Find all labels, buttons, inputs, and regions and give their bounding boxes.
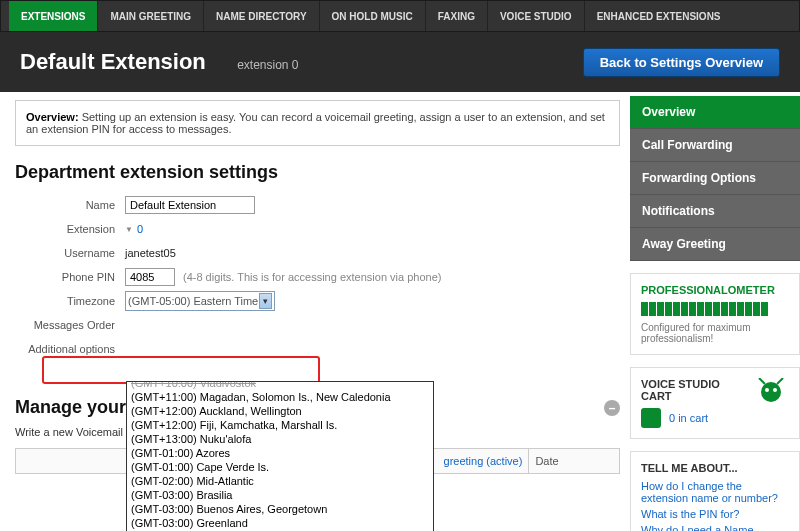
dept-settings-heading: Department extension settings xyxy=(15,162,620,183)
svg-line-2 xyxy=(777,378,783,384)
tellme-title: TELL ME ABOUT... xyxy=(641,462,789,474)
chevron-down-icon[interactable]: ▾ xyxy=(259,293,272,309)
timezone-option[interactable]: (GMT-03:00) Brasilia xyxy=(127,488,433,502)
meter-title: PROFESSIONALOMETER xyxy=(641,284,789,296)
cart-link[interactable]: 0 in cart xyxy=(669,412,708,424)
side-away-greeting[interactable]: Away Greeting xyxy=(630,228,800,261)
meter-bars xyxy=(641,302,789,316)
timezone-option[interactable]: (GMT-03:00) Greenland xyxy=(127,516,433,530)
tab-name-directory[interactable]: NAME DIRECTORY xyxy=(203,1,319,31)
extension-subtitle: extension 0 xyxy=(237,58,298,72)
timezone-option[interactable]: (GMT-01:00) Cape Verde Is. xyxy=(127,460,433,474)
timezone-option[interactable]: (GMT-01:00) Azores xyxy=(127,446,433,460)
username-label: Username xyxy=(15,247,125,259)
tellme-link-1[interactable]: How do I change the extension name or nu… xyxy=(641,480,789,504)
timezone-select[interactable]: (GMT-05:00) Eastern Time (US & C ▾ xyxy=(125,291,275,311)
tab-extensions[interactable]: EXTENSIONS xyxy=(9,1,97,31)
grasshopper-icon xyxy=(753,378,789,418)
timezone-selected-value: (GMT-05:00) Eastern Time (US & C xyxy=(128,295,259,307)
overview-label: Overview: xyxy=(26,111,79,123)
timezone-option[interactable]: (GMT+13:00) Nuku'alofa xyxy=(127,432,433,446)
cart-icon xyxy=(641,408,661,428)
collapse-icon[interactable]: – xyxy=(604,400,620,416)
tab-on-hold-music[interactable]: ON HOLD MUSIC xyxy=(319,1,425,31)
timezone-option[interactable]: (GMT+12:00) Auckland, Wellington xyxy=(127,404,433,418)
timezone-option[interactable]: (GMT+12:00) Fiji, Kamchatka, Marshall Is… xyxy=(127,418,433,432)
tellme-link-3[interactable]: Why do I need a Name Greeting? xyxy=(641,524,789,531)
timezone-dropdown[interactable]: (GMT+10:00) Vladivostok(GMT+11:00) Magad… xyxy=(126,381,434,531)
top-tab-bar: EXTENSIONS MAIN GREETING NAME DIRECTORY … xyxy=(0,0,800,32)
overview-box: Overview: Setting up an extension is eas… xyxy=(15,100,620,146)
pin-input[interactable] xyxy=(125,268,175,286)
username-value: janetest05 xyxy=(125,247,176,259)
timezone-option[interactable]: (GMT-02:00) Mid-Atlantic xyxy=(127,474,433,488)
professionalometer-card: PROFESSIONALOMETER Configured for maximu… xyxy=(630,273,800,355)
tab-main-greeting[interactable]: MAIN GREETING xyxy=(97,1,203,31)
page-title: Default Extension xyxy=(20,49,206,75)
side-overview[interactable]: Overview xyxy=(630,96,800,129)
timezone-label: Timezone xyxy=(15,295,125,307)
tab-voice-studio[interactable]: VOICE STUDIO xyxy=(487,1,584,31)
additional-options-label: Additional options xyxy=(15,343,125,355)
timezone-option[interactable]: (GMT+11:00) Magadan, Solomon Is., New Ca… xyxy=(127,390,433,404)
timezone-option[interactable]: (GMT+10:00) Vladivostok xyxy=(127,381,433,390)
svg-point-0 xyxy=(761,382,781,402)
pin-hint: (4-8 digits. This is for accessing exten… xyxy=(183,271,441,283)
pin-label: Phone PIN xyxy=(15,271,125,283)
svg-point-4 xyxy=(773,388,777,392)
extension-value[interactable]: 0 xyxy=(137,223,143,235)
name-label: Name xyxy=(15,199,125,211)
col-date: Date xyxy=(529,449,620,474)
svg-point-3 xyxy=(765,388,769,392)
messages-order-label: Messages Order xyxy=(15,319,125,331)
timezone-option[interactable]: (GMT-03:00) Buenos Aires, Georgetown xyxy=(127,502,433,516)
meter-sub: Configured for maximum professionalism! xyxy=(641,322,789,344)
tab-enhanced-extensions[interactable]: ENHANCED EXTENSIONS xyxy=(584,1,733,31)
extension-label: Extension xyxy=(15,223,125,235)
svg-line-1 xyxy=(759,378,765,384)
tell-me-about-card: TELL ME ABOUT... How do I change the ext… xyxy=(630,451,800,531)
side-notifications[interactable]: Notifications xyxy=(630,195,800,228)
tab-faxing[interactable]: FAXING xyxy=(425,1,487,31)
tellme-link-2[interactable]: What is the PIN for? xyxy=(641,508,789,520)
voice-studio-cart-card: VOICE STUDIO CART 0 in cart xyxy=(630,367,800,439)
cart-title: VOICE STUDIO CART xyxy=(641,378,753,402)
page-header: Default Extension extension 0 Back to Se… xyxy=(0,32,800,92)
side-forwarding-options[interactable]: Forwarding Options xyxy=(630,162,800,195)
name-input[interactable] xyxy=(125,196,255,214)
side-call-forwarding[interactable]: Call Forwarding xyxy=(630,129,800,162)
overview-text: Setting up an extension is easy. You can… xyxy=(26,111,605,135)
extension-caret-icon[interactable]: ▼ xyxy=(125,225,133,234)
back-to-settings-button[interactable]: Back to Settings Overview xyxy=(583,48,780,77)
